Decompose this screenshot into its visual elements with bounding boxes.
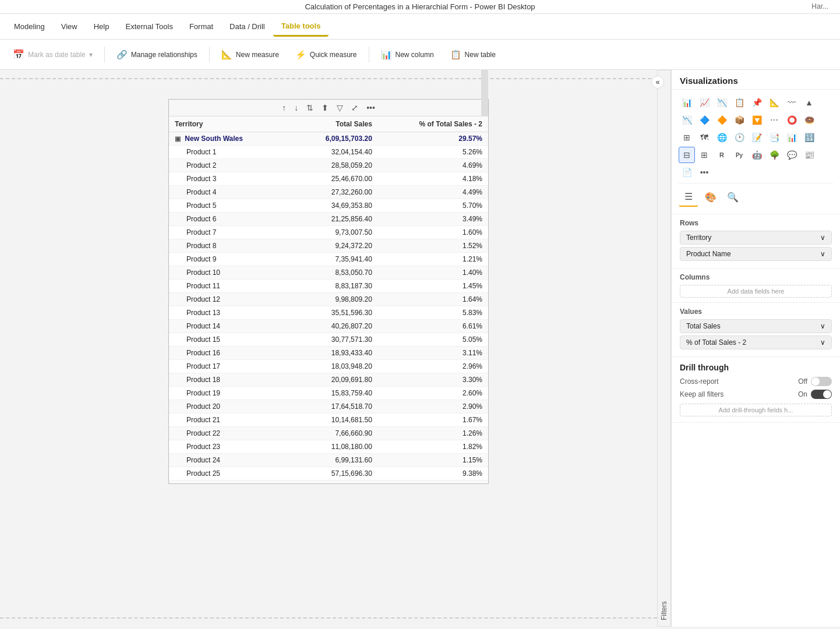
viz-matrix[interactable]: ⊞ [696, 147, 712, 163]
viz-scatter[interactable]: ⋯ [766, 112, 782, 128]
col-total-sales[interactable]: Total Sales [287, 116, 378, 132]
product-pct-cell: 3.49% [378, 213, 488, 226]
col-pct[interactable]: % of Total Sales - 2 [378, 116, 488, 132]
viz-100pct-bar[interactable]: 📉 [714, 94, 730, 111]
viz-area[interactable]: ▲ [801, 94, 817, 111]
data-table: Territory Total Sales % of Total Sales -… [169, 116, 488, 483]
viz-stacked-bar[interactable]: 📊 [679, 94, 695, 111]
product-name-cell: Product 2 [169, 159, 287, 172]
product-sales-cell: 9,98,809.20 [287, 293, 378, 306]
viz-tool-analytics[interactable]: 🔍 [723, 187, 743, 207]
viz-donut[interactable]: 🍩 [801, 112, 817, 128]
pill-chevron-pct: ∨ [820, 338, 825, 347]
manage-relationships-button[interactable]: 🔗 Manage relationships [110, 46, 204, 63]
viz-filled-map[interactable]: 🌐 [714, 129, 730, 146]
canvas-border-top [0, 78, 657, 79]
viz-qa[interactable]: 💬 [783, 147, 800, 163]
viz-waterfall[interactable]: 📦 [731, 112, 747, 128]
table-row: Product 12 9,98,809.20 1.64% [169, 293, 488, 306]
product-pct-cell: 3.11% [378, 347, 488, 360]
viz-map[interactable]: 🗺 [696, 129, 712, 146]
new-column-button[interactable]: 📊 New column [374, 46, 441, 63]
viz-smart-narr[interactable]: 📰 [801, 147, 817, 163]
keep-filters-toggle[interactable]: On [798, 390, 832, 399]
viz-stacked-col[interactable]: 📋 [731, 94, 747, 111]
total-sales-pill[interactable]: Total Sales ∨ [680, 319, 832, 333]
viz-clustered-bar[interactable]: 📈 [696, 94, 712, 111]
product-name-cell: Product 19 [169, 387, 287, 400]
product-name-cell: Product 14 [169, 320, 287, 333]
viz-treemap[interactable]: ⊞ [679, 129, 695, 146]
viz-card[interactable]: 📝 [749, 129, 765, 146]
table-row: Product 7 9,73,007.50 1.60% [169, 226, 488, 239]
product-name-cell: Product 8 [169, 239, 287, 253]
product-pct-cell: 1.40% [378, 266, 488, 280]
viz-tools-row: ☰ 🎨 🔍 [679, 183, 833, 209]
viz-r-visual[interactable]: R [714, 147, 730, 163]
cross-report-track[interactable] [811, 377, 832, 386]
table-row: Product 4 27,32,260.00 4.49% [169, 186, 488, 199]
product-name-cell: Product 20 [169, 400, 287, 414]
sort-desc-icon[interactable]: ↓ [292, 102, 300, 114]
dropdown-arrow-icon: ▾ [89, 51, 93, 59]
cross-report-toggle[interactable]: Off [798, 377, 832, 386]
new-table-button[interactable]: 📋 New table [443, 46, 503, 63]
pct-total-sales-pill[interactable]: % of Total Sales - 2 ∨ [680, 335, 832, 349]
viz-line[interactable]: 〰 [783, 94, 800, 111]
quick-measure-button[interactable]: ⚡ Quick measure [288, 46, 364, 63]
table-row: Product 15 30,77,571.30 5.05% [169, 333, 488, 347]
title-bar: Calculation of Percentages in a Hierarch… [0, 0, 840, 14]
product-pct-cell: 1.26% [378, 427, 488, 440]
viz-kpi[interactable]: 📊 [783, 129, 800, 146]
menu-modeling[interactable]: Modeling [6, 17, 53, 36]
viz-tool-fields[interactable]: ☰ [679, 187, 698, 207]
table-row: Product 5 34,69,353.80 5.70% [169, 199, 488, 213]
cross-report-label: Cross-report [680, 377, 719, 386]
mark-as-date-table-button[interactable]: 📅 Mark as date table ▾ [6, 45, 100, 63]
menu-view[interactable]: View [53, 17, 86, 36]
viz-gauge[interactable]: 🕐 [731, 129, 747, 146]
menu-help[interactable]: Help [86, 17, 118, 36]
table-scroll-container[interactable]: Territory Total Sales % of Total Sales -… [169, 116, 488, 483]
viz-py-visual[interactable]: Py [731, 147, 747, 163]
product-sales-cell: 34,69,353.80 [287, 199, 378, 213]
product-sales-cell: 63,96,985.80 [287, 480, 378, 484]
viz-line-stacked[interactable]: 📉 [679, 112, 695, 128]
viz-custom[interactable]: ••• [696, 164, 712, 181]
expand-collapse-icon[interactable]: ▣ [175, 135, 181, 142]
product-name-pill[interactable]: Product Name ∨ [680, 247, 832, 261]
viz-table[interactable]: ⊟ [679, 147, 695, 163]
viz-pie[interactable]: ⭕ [783, 112, 800, 128]
viz-ribbon[interactable]: 🔶 [714, 112, 730, 128]
menu-external-tools[interactable]: External Tools [117, 17, 181, 36]
viz-multi-row-card[interactable]: 📑 [766, 129, 782, 146]
menu-format[interactable]: Format [181, 17, 221, 36]
sort-asc-icon[interactable]: ↑ [280, 102, 288, 114]
sort-both-icon[interactable]: ⇅ [305, 102, 315, 114]
menu-data-drill[interactable]: Data / Drill [221, 17, 273, 36]
viz-paginated[interactable]: 📄 [679, 164, 695, 181]
product-name-cell: Product 4 [169, 186, 287, 199]
columns-section: Columns Add data fields here [672, 268, 840, 303]
territory-pill[interactable]: Territory ∨ [680, 231, 832, 245]
col-territory[interactable]: Territory [169, 116, 287, 132]
product-name-cell: Product 3 [169, 172, 287, 186]
product-name-cell: Product 10 [169, 266, 287, 280]
viz-clustered-col[interactable]: 📌 [749, 94, 765, 111]
filters-tab[interactable]: Filters [658, 70, 671, 627]
menu-table-tools[interactable]: Table tools [273, 17, 329, 37]
viz-slicer[interactable]: 🔢 [801, 129, 817, 146]
expand-icon[interactable]: ⤢ [350, 102, 360, 114]
viz-100pct-col[interactable]: 📐 [766, 94, 782, 111]
viz-tool-format[interactable]: 🎨 [701, 187, 721, 207]
move-up-icon[interactable]: ⬆ [320, 102, 330, 114]
viz-funnel[interactable]: 🔽 [749, 112, 765, 128]
keep-filters-track[interactable] [811, 390, 832, 399]
filter-icon[interactable]: ▽ [335, 102, 345, 114]
viz-line-clustered[interactable]: 🔷 [696, 112, 712, 128]
viz-ai-visual[interactable]: 🤖 [749, 147, 765, 163]
drill-fields-placeholder: Add drill-through fields h... [680, 404, 832, 416]
more-options-icon[interactable]: ••• [365, 102, 377, 114]
viz-decomp-tree[interactable]: 🌳 [766, 147, 782, 163]
new-measure-button[interactable]: 📐 New measure [214, 46, 286, 63]
